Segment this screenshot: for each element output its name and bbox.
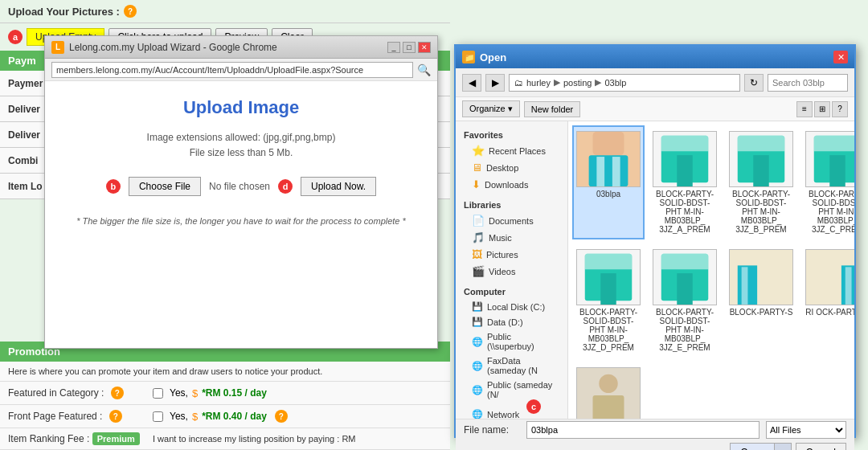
item-ranking-label: Item Ranking Fee : Premium [8, 433, 153, 444]
fd-path-icon: 🗂 [514, 78, 523, 88]
front-page-checkbox-area: Yes, $ *RM 0.40 / day ? [153, 410, 288, 423]
svg-rect-18 [829, 155, 845, 186]
fd-file-item-bp-a[interactable]: BLOCK-PARTY-SOLID-BDST-PHT M-IN-MB03BLP_… [649, 125, 721, 239]
public2-icon: 🌐 [472, 385, 483, 395]
downloads-icon: ⬇ [472, 178, 481, 190]
upload-now-button[interactable]: Upload Now. [301, 177, 376, 196]
fd-sidebar-item-public2[interactable]: 🌐 Public (sameday (N/ [456, 378, 567, 402]
fd-computer-section: Computer 💾 Local Disk (C:) 💾 Data (D:) 🌐… [456, 282, 567, 404]
data-d-icon: 💾 [472, 317, 483, 327]
fd-open-button[interactable]: Open [730, 443, 773, 451]
fd-file-item-main[interactable]: main [572, 362, 645, 419]
chrome-body: Upload Image Image extensions allowed: (… [45, 81, 437, 242]
svg-rect-32 [845, 267, 852, 305]
fd-file-grid: 03blpa BLOCK-PARTY-SOLID-BDST- [568, 121, 854, 419]
file-dialog-search[interactable] [768, 74, 848, 92]
fd-file-item-03blpa[interactable]: 03blpa [572, 125, 645, 239]
svg-rect-22 [600, 273, 616, 305]
fd-item-name-03blpa: 03blpa [596, 190, 620, 198]
svg-rect-13 [738, 136, 785, 152]
fd-sidebar-item-pictures[interactable]: 🖼 Pictures [456, 246, 567, 263]
fd-item-name-bp-b: BLOCK-PARTY-SOLID-BDST-PHT M-IN-MB03BLP_… [729, 190, 793, 234]
badge-d: d [278, 179, 293, 194]
chrome-window-controls: _ □ ✕ [387, 42, 431, 53]
svg-rect-25 [661, 254, 709, 270]
fd-sidebar-item-localc[interactable]: 💾 Local Disk (C:) [456, 299, 567, 314]
chrome-address-input[interactable] [51, 62, 413, 78]
file-dialog-close-button[interactable]: ✕ [833, 51, 848, 63]
promotion-description: Here is where you can promote your item … [0, 362, 450, 382]
fd-sidebar-item-network[interactable]: 🌐 Network [456, 407, 567, 419]
fd-network-section: 🌐 Network [456, 404, 567, 419]
fd-sidebar-item-documents[interactable]: 📄 Documents [456, 212, 567, 229]
badge-c: c [526, 399, 541, 414]
fd-thumb-main [576, 367, 641, 419]
fd-libraries-header: Libraries [456, 198, 567, 212]
fd-sidebar-item-recent[interactable]: ⭐ Recent Places [456, 142, 567, 159]
featured-category-label: Featured in Category : ? [8, 387, 153, 399]
fd-file-item-bp-b[interactable]: BLOCK-PARTY-SOLID-BDST-PHT M-IN-MB03BLP_… [725, 125, 797, 239]
fd-thumb-bp-a [653, 131, 717, 187]
fd-cancel-button[interactable]: Cancel [796, 443, 846, 451]
fd-filetype-select[interactable]: All Files [766, 421, 846, 439]
fd-file-item-bp-c[interactable]: BLOCK-PARTY-SOLID-BDST-PHT M-IN-MB03BLP_… [801, 125, 854, 239]
address-search-icon[interactable]: 🔍 [417, 63, 431, 76]
organize-button[interactable]: Organize ▾ [462, 100, 520, 117]
upload-help-icon[interactable]: ? [124, 5, 137, 18]
fd-back-button[interactable]: ◀ [462, 74, 481, 92]
svg-rect-9 [661, 136, 709, 152]
fd-forward-button[interactable]: ▶ [485, 74, 505, 92]
fd-list-view-button[interactable]: ≡ [796, 101, 813, 117]
front-page-checkbox[interactable] [153, 411, 163, 422]
svg-rect-3 [593, 132, 624, 155]
chrome-maximize-button[interactable]: □ [403, 42, 416, 53]
chrome-upload-window: L Lelong.com.my Upload Wizard - Google C… [44, 35, 438, 349]
fd-sidebar-item-music[interactable]: 🎵 Music [456, 229, 567, 246]
featured-category-row: Featured in Category : ? Yes, $ *RM 0.15… [0, 382, 450, 405]
documents-icon: 📄 [472, 215, 485, 227]
chrome-titlebar: L Lelong.com.my Upload Wizard - Google C… [45, 36, 437, 59]
fd-thumb-bp-d [576, 249, 641, 305]
fd-refresh-button[interactable]: ↻ [744, 74, 764, 92]
featured-category-checkbox[interactable] [153, 388, 163, 399]
fd-sidebar-item-videos[interactable]: 🎬 Videos [456, 263, 567, 280]
badge-a: a [8, 30, 23, 44]
fd-libraries-section: Libraries 📄 Documents 🎵 Music 🖼 Pictures [456, 195, 567, 282]
fd-file-item-bps2[interactable]: RI OCK-PARTY-S [801, 243, 854, 358]
fd-open-dropdown-button[interactable]: ▼ [774, 443, 792, 451]
fd-thumb-03blpa [576, 131, 641, 187]
fd-item-name-bp-c: BLOCK-PARTY-SOLID-BDST-PHT M-IN-MB03BLP_… [805, 190, 854, 234]
fd-file-item-bp-e[interactable]: BLOCK-PARTY-SOLID-BDST-PHT M-IN-MB03BLP_… [649, 243, 721, 358]
front-page-help[interactable]: ? [109, 410, 122, 423]
fd-favorites-header: Favorites [456, 128, 567, 142]
file-dialog-toolbar: ◀ ▶ 🗂 hurley ▶ posting ▶ 03blp ↻ [456, 68, 854, 97]
fd-sidebar-item-faxdata[interactable]: 🌐 FaxData (sameday (N [456, 354, 567, 378]
chrome-app-icon: L [51, 41, 64, 54]
svg-rect-5 [596, 157, 604, 186]
featured-category-help[interactable]: ? [111, 387, 124, 399]
fd-sidebar-item-desktop[interactable]: 🖥 Desktop [456, 159, 567, 176]
new-folder-button[interactable]: New folder [524, 101, 581, 117]
fd-sidebar-item-downloads[interactable]: ⬇ Downloads [456, 176, 567, 193]
chrome-close-button[interactable]: ✕ [418, 42, 431, 53]
fd-view-buttons: ≡ ⊞ ? [796, 101, 848, 117]
choose-file-button[interactable]: Choose File [129, 177, 201, 196]
fd-filename-input[interactable] [526, 421, 760, 439]
fd-file-item-bps1[interactable]: BLOCK-PARTY-S [725, 243, 797, 358]
local-disk-c-icon: 💾 [472, 301, 483, 312]
fd-thumb-bp-b [729, 131, 793, 187]
videos-icon: 🎬 [472, 265, 485, 277]
fd-grid-view-button[interactable]: ⊞ [814, 101, 830, 117]
fd-help-button[interactable]: ? [832, 101, 848, 117]
chrome-minimize-button[interactable]: _ [387, 42, 400, 53]
front-page-price-help[interactable]: ? [275, 410, 288, 423]
fd-item-name-bp-e: BLOCK-PARTY-SOLID-BDST-PHT M-IN-MB03BLP_… [653, 308, 717, 352]
fd-secondary-toolbar: Organize ▾ New folder ≡ ⊞ ? [456, 97, 854, 121]
main-page: Upload Your Pictures : ? a Upload Empty … [0, 0, 868, 450]
fd-file-item-bp-d[interactable]: BLOCK-PARTY-SOLID-BDST-PHT M-IN-MB03BLP_… [572, 243, 645, 358]
chrome-note: * The bigger the file size is, the longe… [76, 216, 406, 226]
chrome-addressbar: 🔍 [45, 59, 437, 81]
fd-sidebar-item-public[interactable]: 🌐 Public (\\superbuy) [456, 329, 567, 354]
fd-filename-row: File name: All Files [464, 421, 846, 439]
fd-sidebar-item-datad[interactable]: 💾 Data (D:) [456, 314, 567, 329]
